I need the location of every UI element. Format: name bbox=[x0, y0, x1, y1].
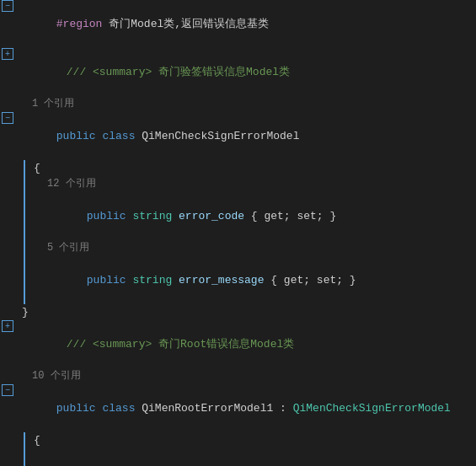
line-summary1: + /// <summary> 奇门验签错误信息Model类 bbox=[0, 48, 476, 96]
code-text: public class QiMenCheckSignErrorModel bbox=[13, 112, 473, 160]
code-text: } bbox=[19, 304, 473, 320]
line-class2: − public class QiMenRootErrorModel1 : Qi… bbox=[0, 384, 476, 432]
code-text: { bbox=[30, 160, 473, 176]
code-text: { bbox=[30, 432, 473, 448]
collapse-button-2[interactable]: − bbox=[2, 112, 13, 124]
collapse-button[interactable]: − bbox=[2, 0, 13, 12]
refs-text: 12 个引用 bbox=[30, 176, 473, 192]
expand-button-1[interactable]: + bbox=[2, 48, 13, 60]
line-brace2: { bbox=[0, 432, 476, 448]
line-refs3: 5 个引用 bbox=[0, 240, 476, 256]
line-brace1: { bbox=[0, 160, 476, 176]
line-prop1: public string error_code { get; set; } bbox=[0, 192, 476, 240]
line-closebrace1: } bbox=[0, 304, 476, 320]
code-editor: − #region 奇门Model类,返回错误信息基类 + /// <summa… bbox=[0, 0, 476, 466]
line-region: − #region 奇门Model类,返回错误信息基类 bbox=[0, 0, 476, 48]
refs-text: 1 个引用 bbox=[19, 96, 473, 112]
code-text: public string error_message { get; set; … bbox=[30, 256, 473, 304]
line-refs1: 1 个引用 bbox=[0, 96, 476, 112]
line-summary2: + /// <summary> 奇门Root错误信息Model类 bbox=[0, 320, 476, 368]
expand-button-2[interactable]: + bbox=[2, 320, 13, 332]
line-summary3: +/// <summary> 一级错误码 bbox=[0, 448, 476, 466]
code-text: public class QiMenRootErrorModel1 : QiMe… bbox=[13, 384, 473, 432]
refs-text: 5 个引用 bbox=[30, 240, 473, 256]
line-refs4: 10 个引用 bbox=[0, 368, 476, 384]
collapse-button-3[interactable]: − bbox=[2, 384, 13, 396]
code-text: #region 奇门Model类,返回错误信息基类 bbox=[13, 0, 473, 48]
refs-text: 10 个引用 bbox=[19, 368, 473, 384]
code-text: /// <summary> 奇门Root错误信息Model类 bbox=[13, 320, 473, 368]
line-refs2: 12 个引用 bbox=[0, 176, 476, 192]
line-class1: − public class QiMenCheckSignErrorModel bbox=[0, 112, 476, 160]
code-text: /// <summary> 奇门验签错误信息Model类 bbox=[13, 48, 473, 96]
code-text: +/// <summary> 一级错误码 bbox=[30, 448, 473, 466]
code-text: public string error_code { get; set; } bbox=[30, 192, 473, 240]
line-prop2: public string error_message { get; set; … bbox=[0, 256, 476, 304]
